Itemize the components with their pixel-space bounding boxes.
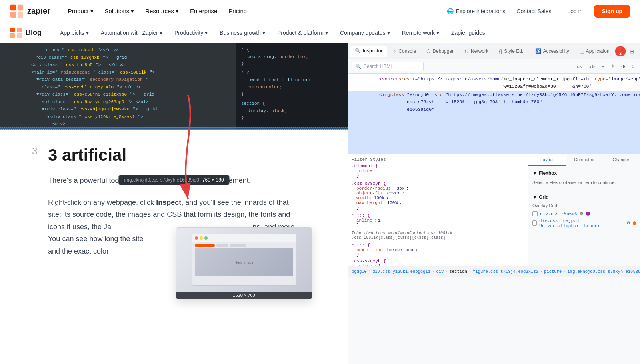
tab-inspector[interactable]: 🔍 Inspector	[350, 46, 387, 57]
tab-layout[interactable]: Layout	[528, 154, 566, 166]
layout-panel: Layout Computed Changes ▼ Flexbox Select…	[528, 154, 640, 266]
contact-sales-button[interactable]: Contact Sales	[512, 6, 556, 17]
cls-button[interactable]: .cls	[586, 63, 598, 70]
network-icon: ↑↓	[464, 48, 469, 54]
console-icon: ▷	[393, 48, 396, 54]
html-panel[interactable]: <source srcset= "https://imagesrte/asset…	[348, 74, 640, 154]
blog-nav-zapier-guides[interactable]: Zapier guides	[446, 27, 491, 38]
devtools-panel: 🔍 Inspector ▷ Console ⬡ Debugger ↑↓ Netw…	[348, 43, 640, 364]
search-html-container[interactable]: 🔍 Search HTML	[352, 62, 424, 71]
tab-console[interactable]: ▷ Console	[388, 46, 421, 56]
blog-nav-business-growth[interactable]: Business growth ▾	[214, 27, 271, 38]
svg-rect-7	[17, 33, 22, 38]
hov-button[interactable]: :hov	[572, 63, 585, 70]
blog-nav-company-updates[interactable]: Company updates ▾	[334, 27, 396, 38]
chevron-down-icon: ▾	[176, 8, 179, 15]
devtools-bottom: Filter Styles .element { inline } .css-s…	[348, 154, 640, 266]
color-dot-orange	[633, 221, 636, 225]
top-nav: zapier Product ▾ Solutions ▾ Resources ▾…	[0, 0, 640, 22]
inspector-icon: 🔍	[355, 48, 361, 54]
svg-rect-0	[10, 4, 16, 10]
grid-class-label: div.css-r5o6q6	[540, 211, 577, 216]
breadcrumb-item[interactable]: div.css-y129ki.edpgdgl1	[372, 269, 430, 274]
breadcrumb-item[interactable]: picture	[544, 269, 562, 274]
debugger-icon: ⬡	[426, 48, 430, 54]
breadcrumb-item[interactable]: pgdgl0	[352, 269, 367, 274]
breadcrumb-item[interactable]: figure.css-tkl3j4.eod2xlz2	[473, 269, 538, 274]
color-scheme-button[interactable]: ◑	[619, 62, 628, 70]
breadcrumb-item-section[interactable]: section	[450, 269, 467, 274]
breadcrumb-item-img[interactable]: img.eknojd0.css-s78xyh.e16539iq0	[568, 269, 640, 274]
grid-checkbox-2[interactable]	[532, 220, 537, 226]
blog-nav-links: App picks ▾ Automation with Zapier ▾ Pro…	[54, 27, 491, 38]
blog-nav: Blog App picks ▾ Automation with Zapier …	[0, 22, 640, 43]
nav-product[interactable]: Product ▾	[63, 5, 98, 17]
tab-style-editor[interactable]: {} Style Ed..	[494, 46, 529, 56]
page-content: class="css-inksrt"></div> <div class="cs…	[0, 43, 348, 364]
nav-enterprise[interactable]: Enterprise	[185, 5, 222, 17]
svg-rect-2	[10, 12, 16, 17]
blog-nav-productivity[interactable]: Productivity ▾	[169, 27, 213, 38]
chevron-down-icon: ▼	[532, 194, 537, 200]
blog-nav-automation[interactable]: Automation with Zapier ▾	[95, 27, 168, 38]
breadcrumb-item[interactable]: div	[436, 269, 444, 274]
tab-changes[interactable]: Changes	[603, 154, 640, 166]
toolbar-right: :hov .cls + ☀ ◑ ⎙	[572, 62, 637, 70]
blog-nav-remote-work[interactable]: Remote work ▾	[396, 27, 445, 38]
nav-right: 🌐 Explore integrations Contact Sales Log…	[447, 5, 630, 18]
element-tooltip: img.eknojd0.css-s78xyh.e16539iq0 760 × 3…	[118, 175, 229, 185]
logo[interactable]: zapier	[10, 4, 50, 18]
grid-section: ▼ Grid Overlay Grid div.css-r5o6q6 ⚙ div…	[528, 190, 640, 233]
tab-accessibility[interactable]: ♿ Accessibility	[530, 46, 574, 56]
error-badge: 🔴 2	[615, 46, 626, 56]
accessibility-icon: ♿	[535, 48, 541, 54]
settings-button[interactable]: ⊞	[638, 46, 640, 56]
filter-styles-label: Filter Styles	[352, 157, 524, 162]
style-rule-inline-2: .css-s78xyh { inline: 1 }	[352, 259, 524, 266]
main-content: class="css-inksrt"></div> <div class="cs…	[0, 43, 640, 364]
tab-network[interactable]: ↑↓ Network	[459, 46, 493, 56]
grid-checkbox-1[interactable]	[532, 211, 538, 216]
tab-debugger[interactable]: ⬡ Debugger	[422, 46, 458, 56]
html-line[interactable]: <source srcset= "https://imagesrte/asset…	[348, 75, 640, 91]
grid-row-1: div.css-r5o6q6 ⚙	[532, 210, 636, 217]
application-icon: ⬚	[580, 48, 584, 54]
style-editor-icon: {}	[499, 48, 502, 54]
dock-button[interactable]: ⊟	[627, 46, 636, 56]
color-dot-purple	[586, 212, 590, 216]
signup-button[interactable]: Sign up	[594, 5, 630, 18]
explore-integrations-link[interactable]: 🌐 Explore integrations	[447, 8, 506, 14]
css-panel: * { box-sizing: border-box; } * { -webki…	[236, 43, 348, 129]
style-rule-box-sizing-2: * ::: { box-sizing: border-box; }	[352, 243, 524, 257]
svg-rect-3	[18, 12, 23, 17]
grid-row-2: div.css-1uajpc3-UniversalTopbar__header …	[532, 217, 636, 229]
nav-solutions[interactable]: Solutions ▾	[100, 5, 139, 17]
blog-nav-product-platform[interactable]: Product & platform ▾	[272, 27, 334, 38]
gear-icon[interactable]: ⚙	[580, 211, 584, 216]
nav-resources[interactable]: Resources ▾	[140, 5, 184, 17]
print-button[interactable]: ⎙	[629, 63, 637, 70]
tab-application[interactable]: ⬚ Application	[575, 46, 614, 56]
style-rule: .element { inline }	[352, 164, 524, 178]
chevron-down-icon: ▾	[325, 30, 328, 36]
nav-pricing[interactable]: Pricing	[224, 5, 252, 17]
light-dark-button[interactable]: ☀	[608, 62, 617, 70]
styles-panel: Filter Styles .element { inline } .css-s…	[348, 154, 528, 266]
blog-nav-app-picks[interactable]: App picks ▾	[54, 27, 94, 38]
tab-computed[interactable]: Computed	[566, 154, 603, 166]
blog-logo[interactable]: Blog	[10, 28, 42, 38]
line-number: 3	[32, 146, 37, 157]
add-rule-button[interactable]: +	[600, 63, 607, 70]
gear-icon-2[interactable]: ⚙	[626, 220, 630, 226]
html-line-selected[interactable]: <img class= "eknojd0 css-s78xyh e16539iq…	[348, 91, 640, 154]
chevron-down-icon: ▼	[532, 170, 537, 176]
preview-dimensions: 1520 × 760	[176, 292, 312, 299]
search-icon: 🔍	[355, 64, 361, 69]
layout-tabs: Layout Computed Changes	[528, 154, 640, 166]
svg-rect-4	[10, 28, 15, 32]
chevron-down-icon: ▾	[160, 30, 162, 36]
preview-popup: Hero Image 1520 × 760	[176, 227, 312, 299]
devtools-tabs: 🔍 Inspector ▷ Console ⬡ Debugger ↑↓ Netw…	[348, 43, 640, 59]
login-button[interactable]: Log in	[563, 6, 588, 17]
logo-text: zapier	[27, 6, 50, 16]
